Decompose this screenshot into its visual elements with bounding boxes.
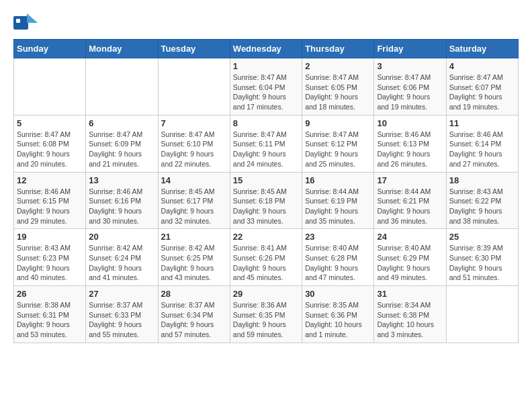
calendar-cell — [14, 58, 86, 116]
day-number: 14 — [161, 175, 227, 185]
calendar-cell: 3Sunrise: 8:47 AMSunset: 6:06 PMDaylight… — [374, 58, 446, 116]
day-header-monday: Monday — [86, 40, 158, 58]
day-number: 28 — [161, 289, 227, 299]
day-header-saturday: Saturday — [446, 40, 518, 58]
day-info: Sunrise: 8:45 AMSunset: 6:18 PMDaylight:… — [233, 187, 299, 226]
day-number: 4 — [449, 61, 515, 71]
calendar-cell: 19Sunrise: 8:43 AMSunset: 6:23 PMDayligh… — [14, 229, 86, 286]
day-number: 17 — [377, 175, 443, 185]
day-number: 16 — [305, 175, 371, 185]
day-number: 25 — [449, 232, 515, 242]
day-header-wednesday: Wednesday — [230, 40, 302, 58]
day-info: Sunrise: 8:47 AMSunset: 6:09 PMDaylight:… — [89, 130, 154, 169]
calendar-cell: 30Sunrise: 8:35 AMSunset: 6:36 PMDayligh… — [302, 286, 374, 343]
day-info: Sunrise: 8:47 AMSunset: 6:06 PMDaylight:… — [377, 73, 443, 112]
calendar-cell: 11Sunrise: 8:46 AMSunset: 6:14 PMDayligh… — [446, 115, 518, 172]
day-info: Sunrise: 8:46 AMSunset: 6:15 PMDaylight:… — [17, 187, 83, 226]
day-number: 5 — [17, 118, 83, 128]
calendar-cell: 31Sunrise: 8:34 AMSunset: 6:38 PMDayligh… — [374, 286, 446, 343]
day-number: 1 — [233, 61, 299, 71]
day-header-friday: Friday — [374, 40, 446, 58]
calendar-cell: 5Sunrise: 8:47 AMSunset: 6:08 PMDaylight… — [14, 115, 86, 172]
week-row-4: 19Sunrise: 8:43 AMSunset: 6:23 PMDayligh… — [14, 229, 519, 286]
day-number: 11 — [449, 118, 515, 128]
day-number: 10 — [377, 118, 443, 128]
day-info: Sunrise: 8:47 AMSunset: 6:08 PMDaylight:… — [17, 130, 83, 169]
week-row-1: 1Sunrise: 8:47 AMSunset: 6:04 PMDaylight… — [14, 58, 519, 116]
week-row-5: 26Sunrise: 8:38 AMSunset: 6:31 PMDayligh… — [14, 286, 519, 343]
day-info: Sunrise: 8:47 AMSunset: 6:12 PMDaylight:… — [305, 130, 371, 169]
day-header-tuesday: Tuesday — [158, 40, 230, 58]
day-number: 6 — [89, 118, 154, 128]
week-row-3: 12Sunrise: 8:46 AMSunset: 6:15 PMDayligh… — [14, 172, 519, 229]
calendar-cell: 4Sunrise: 8:47 AMSunset: 6:07 PMDaylight… — [446, 58, 518, 116]
day-info: Sunrise: 8:37 AMSunset: 6:33 PMDaylight:… — [89, 300, 154, 340]
day-number: 31 — [377, 289, 443, 299]
day-number: 8 — [233, 118, 299, 128]
day-info: Sunrise: 8:44 AMSunset: 6:21 PMDaylight:… — [377, 187, 443, 226]
day-info: Sunrise: 8:45 AMSunset: 6:17 PMDaylight:… — [161, 187, 227, 226]
calendar-cell: 17Sunrise: 8:44 AMSunset: 6:21 PMDayligh… — [374, 172, 446, 229]
logo-icon — [13, 13, 38, 32]
day-info: Sunrise: 8:43 AMSunset: 6:23 PMDaylight:… — [17, 243, 83, 283]
day-info: Sunrise: 8:42 AMSunset: 6:24 PMDaylight:… — [89, 243, 154, 283]
calendar-cell: 22Sunrise: 8:41 AMSunset: 6:26 PMDayligh… — [230, 229, 302, 286]
day-info: Sunrise: 8:42 AMSunset: 6:25 PMDaylight:… — [161, 243, 227, 283]
calendar-cell: 7Sunrise: 8:47 AMSunset: 6:10 PMDaylight… — [158, 115, 230, 172]
day-number: 22 — [233, 232, 299, 242]
day-number: 27 — [89, 289, 154, 299]
svg-rect-0 — [13, 16, 28, 30]
calendar-cell — [158, 58, 230, 116]
day-info: Sunrise: 8:46 AMSunset: 6:14 PMDaylight:… — [449, 130, 515, 169]
calendar-cell: 25Sunrise: 8:39 AMSunset: 6:30 PMDayligh… — [446, 229, 518, 286]
day-number: 3 — [377, 61, 443, 71]
calendar-cell: 15Sunrise: 8:45 AMSunset: 6:18 PMDayligh… — [230, 172, 302, 229]
calendar-cell: 10Sunrise: 8:46 AMSunset: 6:13 PMDayligh… — [374, 115, 446, 172]
day-info: Sunrise: 8:44 AMSunset: 6:19 PMDaylight:… — [305, 187, 371, 226]
day-header-thursday: Thursday — [302, 40, 374, 58]
calendar-cell: 21Sunrise: 8:42 AMSunset: 6:25 PMDayligh… — [158, 229, 230, 286]
calendar-cell: 6Sunrise: 8:47 AMSunset: 6:09 PMDaylight… — [86, 115, 158, 172]
day-number: 15 — [233, 175, 299, 185]
calendar-cell: 8Sunrise: 8:47 AMSunset: 6:11 PMDaylight… — [230, 115, 302, 172]
calendar-cell: 23Sunrise: 8:40 AMSunset: 6:28 PMDayligh… — [302, 229, 374, 286]
days-header-row: SundayMondayTuesdayWednesdayThursdayFrid… — [14, 40, 519, 58]
day-number: 12 — [17, 175, 83, 185]
day-info: Sunrise: 8:38 AMSunset: 6:31 PMDaylight:… — [17, 300, 83, 340]
day-info: Sunrise: 8:47 AMSunset: 6:11 PMDaylight:… — [233, 130, 299, 169]
day-number: 18 — [449, 175, 515, 185]
day-number: 21 — [161, 232, 227, 242]
calendar-cell: 24Sunrise: 8:40 AMSunset: 6:29 PMDayligh… — [374, 229, 446, 286]
day-number: 20 — [89, 232, 154, 242]
calendar-cell: 13Sunrise: 8:46 AMSunset: 6:16 PMDayligh… — [86, 172, 158, 229]
svg-rect-2 — [16, 19, 20, 23]
calendar-cell: 2Sunrise: 8:47 AMSunset: 6:05 PMDaylight… — [302, 58, 374, 116]
day-info: Sunrise: 8:41 AMSunset: 6:26 PMDaylight:… — [233, 243, 299, 283]
day-info: Sunrise: 8:37 AMSunset: 6:34 PMDaylight:… — [161, 300, 227, 340]
calendar-table: SundayMondayTuesdayWednesdayThursdayFrid… — [13, 39, 519, 343]
day-info: Sunrise: 8:40 AMSunset: 6:29 PMDaylight:… — [377, 243, 443, 283]
day-info: Sunrise: 8:34 AMSunset: 6:38 PMDaylight:… — [377, 300, 443, 340]
day-number: 2 — [305, 61, 371, 71]
calendar-cell: 29Sunrise: 8:36 AMSunset: 6:35 PMDayligh… — [230, 286, 302, 343]
day-number: 26 — [17, 289, 83, 299]
day-number: 24 — [377, 232, 443, 242]
logo — [13, 13, 40, 32]
day-number: 9 — [305, 118, 371, 128]
calendar-cell: 20Sunrise: 8:42 AMSunset: 6:24 PMDayligh… — [86, 229, 158, 286]
day-header-sunday: Sunday — [14, 40, 86, 58]
day-number: 29 — [233, 289, 299, 299]
day-number: 23 — [305, 232, 371, 242]
day-info: Sunrise: 8:47 AMSunset: 6:04 PMDaylight:… — [233, 73, 299, 112]
day-info: Sunrise: 8:47 AMSunset: 6:07 PMDaylight:… — [449, 73, 515, 112]
calendar-cell — [86, 58, 158, 116]
day-number: 19 — [17, 232, 83, 242]
calendar-cell — [446, 286, 518, 343]
calendar-cell: 28Sunrise: 8:37 AMSunset: 6:34 PMDayligh… — [158, 286, 230, 343]
day-info: Sunrise: 8:40 AMSunset: 6:28 PMDaylight:… — [305, 243, 371, 283]
svg-marker-1 — [27, 13, 38, 23]
calendar-cell: 12Sunrise: 8:46 AMSunset: 6:15 PMDayligh… — [14, 172, 86, 229]
day-number: 13 — [89, 175, 154, 185]
day-info: Sunrise: 8:39 AMSunset: 6:30 PMDaylight:… — [449, 243, 515, 283]
calendar-cell: 18Sunrise: 8:43 AMSunset: 6:22 PMDayligh… — [446, 172, 518, 229]
